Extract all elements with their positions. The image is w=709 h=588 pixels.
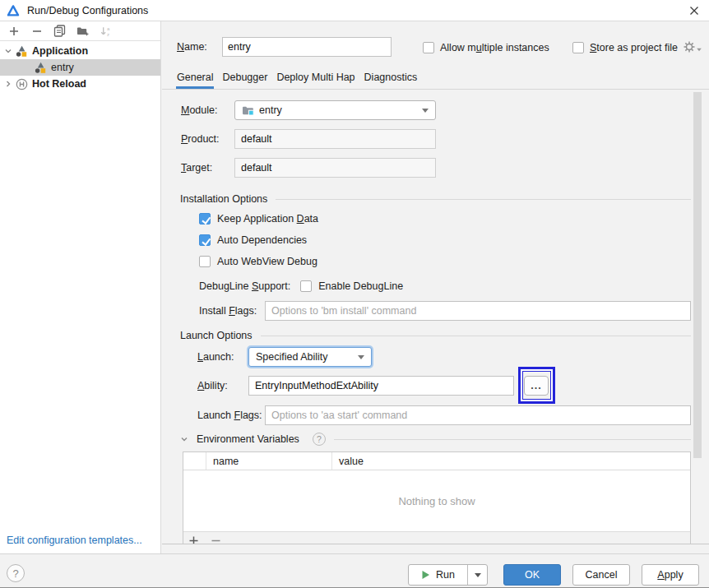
divider: [261, 336, 691, 336]
help-icon[interactable]: ?: [313, 433, 326, 446]
target-label: Target:: [181, 158, 212, 178]
product-label: Product:: [181, 129, 220, 149]
auto-webview-debug-option: Auto WebView Debug: [199, 255, 317, 268]
tree-item-label: Application: [32, 45, 88, 57]
launch-select[interactable]: Specified Ability: [248, 347, 372, 367]
launch-flags-input[interactable]: [265, 405, 691, 425]
edit-templates-link[interactable]: Edit configuration templates...: [7, 535, 142, 546]
environment-variables-header: Environment Variables ?: [180, 433, 691, 446]
form-scroll-area: Module: entry Product: Target: Installa: [162, 90, 709, 544]
chevron-down-icon[interactable]: [180, 435, 188, 443]
auto-webview-debug-label: Auto WebView Debug: [217, 256, 317, 267]
chevron-down-icon: [422, 109, 429, 113]
store-as-project-file-label: Store as project file: [590, 42, 678, 53]
run-dropdown-button[interactable]: [467, 565, 487, 585]
store-as-project-file-checkbox[interactable]: [572, 42, 584, 53]
auto-dependencies-label: Auto Dependencies: [217, 234, 307, 246]
table-header: name value: [183, 452, 690, 470]
ability-row: Ability: ...: [162, 376, 709, 396]
keep-application-data-option: Keep Application Data: [199, 212, 318, 225]
name-input[interactable]: [222, 37, 392, 57]
module-icon: [242, 105, 254, 116]
launch-label: Launch:: [197, 347, 234, 367]
table-header-value: value: [332, 452, 690, 470]
allow-multiple-instances-checkbox[interactable]: [423, 42, 434, 53]
tree-item-hot-reload[interactable]: Hot Reload: [0, 76, 160, 92]
save-as-template-folder-icon[interactable]: [76, 25, 89, 37]
tab-deploy-multi-hap[interactable]: Deploy Multi Hap: [276, 68, 355, 89]
installation-options-header: Installation Options: [180, 192, 691, 206]
chevron-down-icon[interactable]: [4, 47, 13, 55]
add-configuration-icon[interactable]: [7, 25, 20, 37]
apply-button[interactable]: Apply: [642, 564, 699, 586]
target-field: [234, 158, 436, 178]
remove-configuration-icon[interactable]: [30, 25, 43, 37]
product-field: [234, 129, 436, 149]
keep-application-data-checkbox[interactable]: [199, 213, 211, 225]
module-label: Module:: [181, 100, 217, 120]
environment-variables-title: Environment Variables: [197, 433, 299, 445]
launch-flags-label: Launch Flags:: [197, 405, 262, 425]
store-as-project-file-option: Store as project file: [572, 37, 678, 58]
install-flags-input[interactable]: [265, 301, 691, 321]
cancel-button[interactable]: Cancel: [572, 564, 630, 586]
run-play-icon: [421, 570, 430, 580]
install-flags-row: Install Flags:: [162, 301, 709, 321]
auto-dependencies-option: Auto Dependencies: [199, 234, 307, 247]
tree-item-application[interactable]: Application: [0, 43, 160, 59]
module-row: Module: entry: [162, 100, 709, 120]
application-icon: [35, 62, 47, 74]
tab-bar: General Debugger Deploy Multi Hap Diagno…: [162, 68, 709, 90]
store-settings-gear-icon[interactable]: [684, 41, 702, 53]
run-button-label: Run: [436, 569, 455, 581]
ability-browse-button[interactable]: ...: [524, 376, 549, 396]
tree-item-label: entry: [51, 62, 74, 73]
tree-item-entry[interactable]: entry: [0, 59, 160, 76]
sidebar: az Application entry: [0, 21, 161, 553]
chevron-down-icon: [475, 573, 481, 577]
close-icon[interactable]: [687, 3, 702, 18]
application-icon: [16, 45, 28, 58]
launch-options-title: Launch Options: [180, 330, 253, 341]
add-variable-icon[interactable]: [188, 535, 199, 544]
main-panel: Name: Allow multiple instances Store as …: [162, 21, 709, 553]
keep-application-data-label: Keep Application Data: [217, 213, 318, 225]
tab-diagnostics[interactable]: Diagnostics: [364, 68, 419, 89]
debugline-support-row: DebugLine Support: Enable DebugLine: [199, 280, 403, 293]
tab-debugger[interactable]: Debugger: [221, 68, 268, 89]
sort-configurations-icon[interactable]: az: [100, 25, 112, 37]
launch-value: Specified Ability: [256, 351, 328, 363]
run-debug-configurations-dialog: Run/Debug Configurations az: [0, 0, 709, 588]
allow-multiple-instances-label: Allow multiple instances: [440, 42, 549, 53]
run-button[interactable]: Run: [409, 565, 467, 585]
environment-variables-table: name value Nothing to show: [183, 451, 691, 544]
product-row: Product:: [162, 129, 709, 149]
auto-webview-debug-checkbox[interactable]: [199, 256, 211, 267]
auto-dependencies-checkbox[interactable]: [199, 234, 211, 246]
help-button[interactable]: ?: [7, 564, 25, 582]
install-flags-label: Install Flags:: [199, 301, 257, 321]
copy-configuration-icon[interactable]: [53, 25, 66, 37]
run-split-button: Run: [408, 564, 488, 586]
ok-button[interactable]: OK: [503, 564, 561, 586]
titlebar: Run/Debug Configurations: [0, 0, 709, 21]
tree-item-label: Hot Reload: [32, 78, 86, 90]
remove-variable-icon[interactable]: [211, 535, 221, 544]
module-value: entry: [259, 104, 282, 116]
ability-label: Ability:: [197, 376, 228, 396]
ability-input[interactable]: [248, 376, 514, 396]
module-select[interactable]: entry: [234, 100, 436, 120]
sidebar-toolbar: az: [0, 21, 160, 41]
vertical-scrollbar[interactable]: [693, 92, 702, 458]
target-row: Target:: [162, 158, 709, 178]
chevron-down-icon: [358, 355, 364, 359]
tab-general[interactable]: General: [176, 68, 214, 89]
allow-multiple-instances-option: Allow multiple instances: [423, 37, 549, 58]
table-empty-state: Nothing to show: [183, 470, 690, 531]
enable-debugline-label: Enable DebugLine: [318, 280, 403, 292]
enable-debugline-checkbox[interactable]: [300, 280, 312, 292]
divider: [276, 199, 691, 200]
table-header-selector-column: [183, 452, 206, 470]
chevron-right-icon[interactable]: [4, 80, 13, 88]
table-toolbar: [183, 531, 690, 544]
